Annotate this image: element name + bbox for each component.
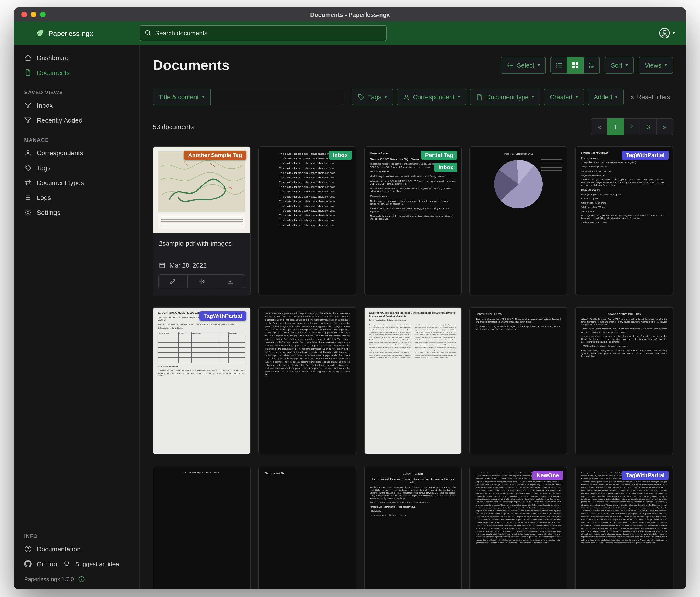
created-filter-button[interactable]: Created ▾ bbox=[544, 89, 584, 105]
document-card[interactable]: French Country BreadFor the Leaven:1 hea… bbox=[575, 146, 673, 295]
pagination-prev[interactable]: « bbox=[591, 118, 608, 135]
card-thumb[interactable]: This is a multi page document. Page 1. bbox=[153, 467, 250, 589]
search-box bbox=[140, 25, 386, 41]
tag-badge[interactable]: Inbox bbox=[434, 163, 457, 172]
close-window-button[interactable] bbox=[21, 11, 27, 17]
minimize-window-button[interactable] bbox=[31, 11, 36, 17]
user-menu[interactable]: ▾ bbox=[659, 27, 675, 39]
sidebar-item-suggest-idea[interactable]: Suggest an idea bbox=[61, 556, 123, 571]
brand[interactable]: Paperless-ngx bbox=[14, 28, 140, 38]
chevron-down-icon: ▾ bbox=[532, 95, 534, 99]
person-icon bbox=[403, 93, 409, 100]
sidebar-item-correspondents[interactable]: Correspondents bbox=[14, 145, 139, 160]
sidebar-item-label: Documentation bbox=[37, 545, 80, 553]
card-thumb[interactable]: Lorem ipsum dolor sit amet, consectetur … bbox=[576, 467, 673, 589]
document-card[interactable]: Lorem ipsumLorem ipsum dolor sit amet, c… bbox=[364, 467, 462, 589]
sidebar-item-document-types[interactable]: Document types bbox=[14, 175, 139, 190]
tag-badge[interactable]: TagWithPartial bbox=[622, 471, 669, 480]
document-type-filter-button[interactable]: Document type ▾ bbox=[470, 89, 540, 105]
added-filter-button[interactable]: Added ▾ bbox=[588, 89, 624, 105]
document-card[interactable]: Adobe Acrobat PDF FilesAdobe® Portable D… bbox=[575, 307, 673, 454]
tag-badge[interactable]: Inbox bbox=[329, 150, 352, 160]
tag-badge[interactable]: Partial Tag bbox=[421, 150, 457, 160]
sidebar-item-recently-added[interactable]: Recently Added bbox=[14, 113, 139, 128]
document-card[interactable]: Lorem ipsum dolor sit amet, consectetur … bbox=[575, 467, 673, 589]
document-card[interactable]: Another Sample Tag 2sample-pdf-with-imag… bbox=[153, 146, 251, 295]
eye-icon bbox=[198, 278, 205, 285]
pagination-page-1[interactable]: 1 bbox=[607, 118, 624, 135]
select-button[interactable]: Select ▾ bbox=[501, 57, 546, 74]
github-icon bbox=[24, 560, 32, 568]
document-card[interactable]: Review of New York Federal Petitions for… bbox=[364, 307, 462, 454]
view-button[interactable] bbox=[187, 274, 216, 288]
card-thumb[interactable]: Contact Sheet DemoGiven a set of image f… bbox=[470, 308, 567, 454]
edit-button[interactable] bbox=[158, 274, 188, 288]
sidebar-item-inbox[interactable]: Inbox bbox=[14, 98, 139, 113]
card-thumb[interactable]: Review of New York Federal Petitions for… bbox=[365, 308, 461, 454]
tag-badge[interactable]: Another Sample Tag bbox=[184, 150, 246, 160]
chevron-down-icon: ▾ bbox=[625, 63, 628, 68]
sidebar-item-github[interactable]: GitHub bbox=[14, 556, 61, 571]
document-card[interactable]: This is the text that appears on the fir… bbox=[258, 307, 356, 454]
pagination-page-2[interactable]: 2 bbox=[624, 118, 641, 135]
document-card[interactable]: Patient BP Distribution 2011 2011 BP Pie… bbox=[470, 146, 568, 295]
document-card[interactable]: This is a test file. simple txt file bbox=[258, 467, 356, 589]
card-thumb[interactable]: Adobe Acrobat PDF FilesAdobe® Portable D… bbox=[576, 308, 673, 454]
close-icon: × bbox=[630, 93, 634, 100]
sidebar-item-logs[interactable]: Logs bbox=[14, 190, 139, 205]
document-card[interactable]: Lorem ipsum dolor sit amet, consectetur … bbox=[470, 467, 568, 589]
search-input[interactable] bbox=[140, 25, 386, 41]
pagination-next[interactable]: » bbox=[656, 118, 673, 135]
titlebar: Documents - Paperless-ngx bbox=[14, 7, 686, 21]
card-thumb[interactable]: French Country BreadFor the Leaven:1 hea… bbox=[576, 147, 673, 294]
card-thumb[interactable]: 11. CONTINUING MEDICAL EDUCATIONHave you… bbox=[153, 308, 250, 454]
card-thumb[interactable]: Lorem ipsum dolor sit amet, consectetur … bbox=[470, 467, 567, 589]
document-card[interactable]: Release NotesSimba ODBC Driver for SQL S… bbox=[364, 146, 462, 295]
title-content-dropdown[interactable]: Title & content ▾ bbox=[153, 89, 210, 105]
person-icon bbox=[24, 149, 32, 157]
select-label: Select bbox=[517, 62, 534, 69]
house-icon bbox=[24, 54, 32, 62]
sidebar-item-label: Inbox bbox=[37, 102, 53, 109]
funnel-icon bbox=[24, 117, 32, 124]
sidebar-item-documents[interactable]: Documents bbox=[14, 65, 139, 80]
card-thumb[interactable]: This is a test file. bbox=[259, 467, 356, 589]
tag-badge[interactable]: TagWithPartial bbox=[199, 311, 246, 320]
info-icon[interactable] bbox=[78, 576, 84, 582]
download-icon bbox=[227, 278, 233, 285]
tag-icon bbox=[358, 93, 365, 100]
tag-badge[interactable]: NewOne bbox=[532, 471, 563, 480]
zoom-window-button[interactable] bbox=[40, 11, 46, 17]
pagination-page-3[interactable]: 3 bbox=[640, 118, 657, 135]
views-button[interactable]: Views ▾ bbox=[639, 57, 673, 74]
tags-filter-button[interactable]: Tags ▾ bbox=[352, 89, 393, 105]
hash-icon bbox=[24, 179, 32, 186]
reset-filters-button[interactable]: × Reset filters bbox=[627, 93, 673, 101]
sidebar-item-settings[interactable]: Settings bbox=[14, 205, 139, 220]
card-tags: Inbox bbox=[329, 150, 352, 160]
sidebar-item-label: Correspondents bbox=[37, 149, 83, 157]
sidebar-item-documentation[interactable]: Documentation bbox=[14, 542, 139, 556]
correspondent-filter-button[interactable]: Correspondent ▾ bbox=[397, 89, 466, 105]
tag-badge[interactable]: TagWithPartial bbox=[622, 150, 669, 160]
view-list-button[interactable] bbox=[551, 57, 568, 74]
sidebar-item-label: Dashboard bbox=[37, 54, 69, 62]
sidebar-item-tags[interactable]: Tags bbox=[14, 160, 139, 175]
sort-button[interactable]: Sort ▾ bbox=[605, 57, 634, 74]
document-card[interactable]: This is a test for the double space char… bbox=[258, 146, 356, 295]
document-card[interactable]: This is a multi page document. Page 1. m… bbox=[153, 467, 251, 589]
document-card[interactable]: 11. CONTINUING MEDICAL EDUCATIONHave you… bbox=[153, 307, 251, 454]
card-title[interactable]: 2sample-pdf-with-images bbox=[159, 239, 245, 248]
view-details-button[interactable] bbox=[583, 57, 600, 74]
view-grid-button[interactable] bbox=[567, 57, 584, 74]
card-thumb[interactable]: This is a test for the double space char… bbox=[259, 147, 356, 294]
sidebar-item-dashboard[interactable]: Dashboard bbox=[14, 50, 139, 65]
document-card[interactable]: Contact Sheet DemoGiven a set of image f… bbox=[470, 307, 568, 454]
download-button[interactable] bbox=[216, 274, 245, 288]
card-thumb[interactable]: This is the text that appears on the fir… bbox=[259, 308, 356, 454]
view-mode-group bbox=[551, 57, 600, 74]
filter-text-input[interactable] bbox=[210, 89, 343, 105]
title-content-label: Title & content bbox=[159, 93, 199, 100]
card-thumb[interactable]: Lorem ipsumLorem ipsum dolor sit amet, c… bbox=[365, 467, 461, 589]
card-thumb[interactable]: Patient BP Distribution 2011 bbox=[470, 147, 567, 294]
